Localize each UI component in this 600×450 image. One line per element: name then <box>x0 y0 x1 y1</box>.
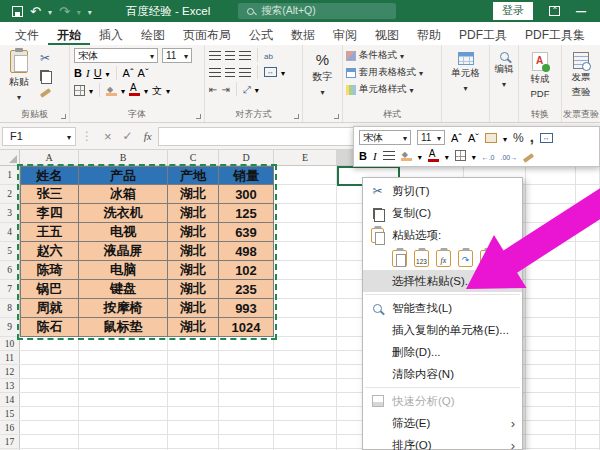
menu-item-paste-special[interactable]: 选择性粘贴(S)... <box>363 270 522 292</box>
undo-dropdown-icon[interactable] <box>48 4 52 18</box>
mini-merge-center-icon[interactable] <box>540 133 553 143</box>
cell-C3[interactable]: 湖北 <box>168 204 219 223</box>
cell-C5[interactable]: 湖北 <box>168 242 219 261</box>
save-icon[interactable] <box>12 6 23 17</box>
ribbon-tab-page-layout[interactable]: 页面布局 <box>174 22 240 45</box>
format-as-table-button[interactable]: 套用表格格式 <box>343 62 441 79</box>
row-header-10[interactable]: 10 <box>0 337 20 350</box>
orientation-dropdown-icon[interactable] <box>255 82 259 96</box>
ribbon-tab-insert[interactable]: 插入 <box>90 22 132 45</box>
fill-color-dropdown-icon[interactable] <box>121 83 125 97</box>
menu-item-copy[interactable]: 复制(C) <box>363 202 522 224</box>
paste-formatting-icon[interactable] <box>480 250 495 267</box>
row-header-16[interactable]: 16 <box>0 421 20 434</box>
mini-increase-decimal-icon[interactable] <box>482 150 495 162</box>
ribbon-tab-pdf-toolkit[interactable]: PDF工具集 <box>516 22 594 45</box>
font-size-combo[interactable]: 11 <box>162 48 192 63</box>
cell-B6[interactable]: 电脑 <box>79 261 168 280</box>
column-header-B[interactable]: B <box>79 150 168 165</box>
name-box[interactable]: F1 <box>2 127 76 146</box>
align-right-icon[interactable] <box>239 68 251 77</box>
cell-C6[interactable]: 湖北 <box>168 261 219 280</box>
row-header-6[interactable]: 6 <box>0 261 20 279</box>
merge-dropdown-icon[interactable] <box>281 65 285 79</box>
cell-A3[interactable]: 李四 <box>20 204 79 223</box>
column-header-A[interactable]: A <box>20 150 79 165</box>
cell-styles-button[interactable]: 单元格样式 <box>343 79 441 96</box>
mini-borders-icon[interactable] <box>455 150 466 161</box>
ribbon-tab-review[interactable]: 审阅 <box>324 22 366 45</box>
mini-decrease-font-icon[interactable] <box>468 132 479 144</box>
cancel-icon[interactable] <box>104 130 112 143</box>
align-left-icon[interactable] <box>209 68 221 77</box>
mini-borders-dropdown-icon[interactable] <box>472 149 476 163</box>
row-header-5[interactable]: 5 <box>0 242 20 260</box>
insert-function-icon[interactable] <box>144 130 152 142</box>
row-header-3[interactable]: 3 <box>0 204 20 222</box>
merge-center-icon[interactable] <box>264 67 277 77</box>
cell-C8[interactable]: 湖北 <box>168 299 219 318</box>
row-header-14[interactable]: 14 <box>0 393 20 406</box>
cell-A9[interactable]: 陈石 <box>20 318 79 337</box>
menu-item-smart-lookup[interactable]: 智能查找(L) <box>363 297 522 319</box>
mini-format-table-icon[interactable] <box>485 133 497 143</box>
mini-fill-color-icon[interactable] <box>401 150 412 161</box>
row-header-12[interactable]: 12 <box>0 365 20 378</box>
menu-item-filter[interactable]: 筛选(E) <box>363 412 522 434</box>
cell-B2[interactable]: 冰箱 <box>79 185 168 204</box>
clipboard-dialog-launcher-icon[interactable] <box>61 114 66 119</box>
align-top-icon[interactable] <box>209 51 221 60</box>
borders-dropdown-icon[interactable] <box>89 83 93 97</box>
cell-B1[interactable]: 产品 <box>79 166 168 185</box>
column-header-D[interactable]: D <box>219 150 274 165</box>
cell-D9[interactable]: 1024 <box>219 318 274 337</box>
row-header-8[interactable]: 8 <box>0 299 20 317</box>
mini-comma-style-icon[interactable] <box>530 132 534 144</box>
select-all-corner[interactable] <box>0 150 20 165</box>
cell-D6[interactable]: 102 <box>219 261 274 280</box>
mini-align-center-icon[interactable] <box>383 151 395 160</box>
mini-percent-icon[interactable] <box>513 132 524 144</box>
orientation-icon[interactable] <box>243 83 251 95</box>
conditional-formatting-button[interactable]: 条件格式 <box>343 45 441 62</box>
mini-decrease-decimal-icon[interactable] <box>501 150 518 162</box>
column-header-E[interactable]: E <box>274 150 337 165</box>
login-button[interactable]: 登录 <box>493 2 533 20</box>
search-box[interactable]: 搜索(Alt+Q) <box>238 3 396 19</box>
font-color-icon[interactable] <box>129 84 140 96</box>
ribbon-display-options-icon[interactable] <box>549 6 560 16</box>
ribbon-tab-draw[interactable]: 绘图 <box>132 22 174 45</box>
ribbon-tab-data[interactable]: 数据 <box>282 22 324 45</box>
customize-qat-icon[interactable] <box>88 4 92 18</box>
cell-A7[interactable]: 锅巴 <box>20 280 79 299</box>
ribbon-tab-help[interactable]: 帮助 <box>408 22 450 45</box>
cell-D2[interactable]: 300 <box>219 185 274 204</box>
cell-C1[interactable]: 产地 <box>168 166 219 185</box>
cell-A4[interactable]: 王五 <box>20 223 79 242</box>
paste-values-icon[interactable] <box>414 250 429 267</box>
mini-fill-dropdown-icon[interactable] <box>418 149 422 163</box>
menu-item-delete[interactable]: 删除(D)... <box>363 341 522 363</box>
mini-italic-icon[interactable] <box>373 150 377 162</box>
cell-D4[interactable]: 639 <box>219 223 274 242</box>
cells-button[interactable]: 单元格 <box>442 52 489 93</box>
cell-A6[interactable]: 陈琦 <box>20 261 79 280</box>
cut-icon[interactable] <box>40 52 50 64</box>
menu-item-sort[interactable]: 排序(O) <box>363 434 522 450</box>
decrease-indent-icon[interactable] <box>209 83 217 95</box>
invoice-check-button[interactable]: 发票 查验 <box>562 52 600 99</box>
align-center-icon[interactable] <box>225 68 235 77</box>
number-dialog-launcher-icon[interactable] <box>334 114 339 119</box>
mini-format-dropdown-icon[interactable] <box>503 131 507 145</box>
row-header-15[interactable]: 15 <box>0 407 20 420</box>
menu-item-clear-contents[interactable]: 清除内容(N) <box>363 363 522 385</box>
align-bottom-icon[interactable] <box>239 51 251 60</box>
menu-item-paste-options[interactable]: 粘贴选项: <box>363 224 522 246</box>
cell-A5[interactable]: 赵六 <box>20 242 79 261</box>
borders-icon[interactable] <box>74 85 85 96</box>
enter-icon[interactable] <box>123 130 133 142</box>
menu-item-quick-analysis[interactable]: 快速分析(Q) <box>363 390 522 412</box>
mini-font-size-combo[interactable]: 11 <box>417 130 445 145</box>
cell-D8[interactable]: 993 <box>219 299 274 318</box>
cell-B7[interactable]: 键盘 <box>79 280 168 299</box>
